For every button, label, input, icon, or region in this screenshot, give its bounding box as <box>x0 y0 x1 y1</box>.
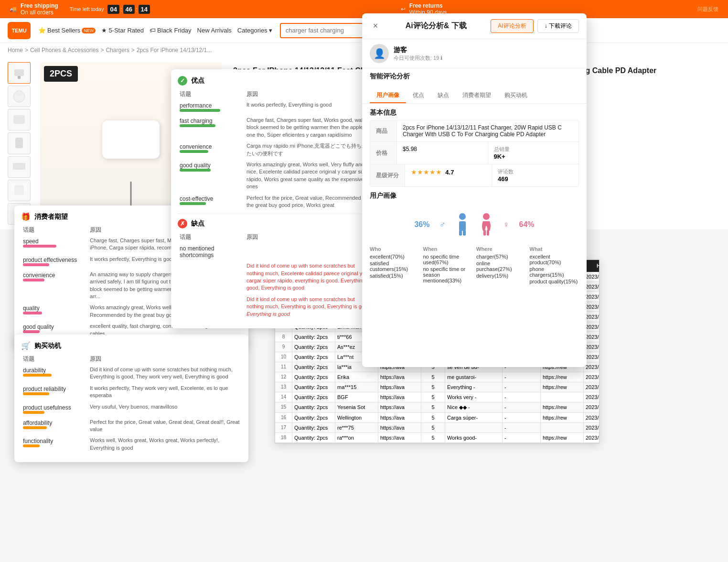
svg-rect-10 <box>459 221 466 231</box>
male-percentage: 36% <box>414 220 429 229</box>
stat-what: What excellent product(70%) phone charge… <box>530 246 579 285</box>
cons-icon: ✗ <box>178 219 187 228</box>
countdown-timer: 04 : 46 : 14 <box>107 5 150 14</box>
close-button[interactable]: × <box>370 21 381 32</box>
purchase-row: durability Did it kind of come up with s… <box>21 366 242 381</box>
table-row: 17 Quantity: 2pcs re***75 https://ava 5 … <box>275 423 599 433</box>
tab-purchase-motivation[interactable]: 购买动机 <box>498 88 534 103</box>
time-left-label: Time left today <box>70 6 104 12</box>
product-label: 商品 <box>370 120 397 141</box>
tab-user-profile[interactable]: 用户画像 <box>370 88 406 103</box>
stat-who: Who excellent(70%) satisfied customers(1… <box>370 246 419 285</box>
male-figure-icon <box>455 213 470 237</box>
user-daily-count: 今日可使用次数: 19 ℹ <box>394 54 442 62</box>
thumb-3[interactable] <box>8 109 31 130</box>
table-row: 15 Quantity: 2pcs Yesenia Sot https://av… <box>275 402 599 413</box>
ai-analysis-modal: × Ai评论分析& 下载 AI评论分析 ↓ 下載评论 👤 游客 今日可使用次数:… <box>362 13 587 367</box>
modal-actions: AI评论分析 ↓ 下載评论 <box>491 19 579 33</box>
nav-new-arrivals[interactable]: New Arrivals <box>197 27 232 34</box>
svg-rect-11 <box>459 230 462 236</box>
user-profile-title: 用户画像 <box>362 187 587 203</box>
cons-title: ✗ 缺点 <box>178 219 375 228</box>
free-shipping-detail: On all orders <box>21 9 58 16</box>
gender-distribution: 36% ♂ ♀ 64% <box>370 208 579 241</box>
timer-h1: 04 <box>107 5 119 14</box>
male-icon: ♂ <box>439 220 446 230</box>
info-rating-row: 星级评分 ★★★★★ 4.7 评论数 469 <box>370 164 578 186</box>
fivestar-icon: ★ <box>101 27 107 34</box>
product-badge: 2PCS <box>44 66 78 82</box>
table-row: 16 Quantity: 2pcs Wellington https://ava… <box>275 413 599 423</box>
table-row: 12 Quantity: 2pcs Erika https://ava 5 me… <box>275 372 599 382</box>
cons-col-headers: 话题 原因 <box>178 233 375 241</box>
free-returns-label: Free returns <box>409 2 447 9</box>
ai-tabs: 用户画像 优点 缺点 消费者期望 购买动机 <box>362 85 587 104</box>
tab-pros[interactable]: 优点 <box>406 88 431 103</box>
smart-analysis-title: 智能评论分析 <box>362 68 587 85</box>
svg-rect-1 <box>18 76 21 79</box>
pros-col-headers: 话题 原因 <box>178 90 375 98</box>
svg-rect-3 <box>13 115 25 124</box>
stat-where: Where charger(57%) online purchase(27%) … <box>476 246 526 285</box>
ai-analyze-button[interactable]: AI评论分析 <box>491 19 533 33</box>
svg-rect-4 <box>15 138 23 148</box>
purchase-row: affordability Perfect for the price, Gre… <box>21 419 242 433</box>
thumb-1[interactable] <box>8 62 31 84</box>
cons-row: no mentioned shortcomings <box>178 244 375 259</box>
tab-consumer-expectations[interactable]: 消费者期望 <box>456 88 498 103</box>
female-figure-icon <box>479 213 493 237</box>
basic-info-title: 基本信息 <box>362 104 587 120</box>
thumb-4[interactable] <box>8 132 31 154</box>
product-value: 2pcs For iPhone 14/13/12/11 Fast Charger… <box>397 120 578 141</box>
svg-rect-6 <box>14 185 24 195</box>
breadcrumb-cat2[interactable]: Chargers <box>106 47 129 54</box>
shopping-icon: 🛒 <box>21 341 31 350</box>
tag-icon: 🏷 <box>150 27 156 34</box>
svg-rect-15 <box>487 230 489 236</box>
nav-black-friday[interactable]: 🏷 Black Friday <box>150 27 192 34</box>
thumb-2[interactable] <box>8 86 31 107</box>
table-row: 14 Quantity: 2pcs BGF https://ava 5 Work… <box>275 392 599 402</box>
table-row: 18 Quantity: 2pcs ra***on https://ava 5 … <box>275 433 599 443</box>
breadcrumb-home[interactable]: Home <box>8 47 23 54</box>
purchase-row: product usefulness Very usuful, Very bue… <box>21 403 242 415</box>
truck-icon: 🚚 <box>10 6 17 12</box>
table-row: 13 Quantity: 2pcs ma***15 https://ava 5 … <box>275 382 599 392</box>
review-panel: ✓ 优点 话题 原因 performance It works perfectl… <box>171 69 381 328</box>
purchase-row: functionality Works well, Works great, W… <box>21 437 242 452</box>
gift-icon: 🎁 <box>21 212 31 221</box>
pros-title: ✓ 优点 <box>178 76 375 86</box>
purchase-col-headers: 话题 原因 <box>21 355 242 363</box>
svg-point-2 <box>13 91 25 102</box>
purchase-motivation-panel: 🛒 购买动机 话题 原因 durability Did it kind of c… <box>14 335 248 462</box>
basic-info-grid: 商品 2pcs For iPhone 14/13/12/11 Fast Char… <box>370 120 579 187</box>
feedback-label[interactable]: 问题反馈 <box>697 6 718 13</box>
user-name: 游客 <box>394 46 442 54</box>
timer-s1: 14 <box>139 5 150 14</box>
breadcrumb-sep1: > <box>25 47 28 54</box>
thumbnail-column <box>8 62 32 225</box>
timer-m1: 46 <box>123 5 135 14</box>
nav-categories[interactable]: Categories ▾ <box>237 27 272 34</box>
tab-cons[interactable]: 缺点 <box>431 88 456 103</box>
thumb-6[interactable] <box>8 180 31 201</box>
download-reviews-button[interactable]: ↓ 下載评论 <box>537 19 579 33</box>
cons-row: Did it kind of come up with some scratch… <box>178 296 375 318</box>
breadcrumb-current: 2pcs For iPhone 14/13/12/1... <box>137 47 212 54</box>
reviews-count-cell: 评论数 469 <box>492 164 578 186</box>
nav-five-star[interactable]: ★ 5-Star Rated <box>101 27 144 34</box>
svg-rect-14 <box>483 230 486 236</box>
user-avatar: 👤 <box>370 44 389 63</box>
nav-best-sellers[interactable]: ⭐ Best Sellers NEW <box>38 27 96 34</box>
info-product-row: 商品 2pcs For iPhone 14/13/12/11 Fast Char… <box>370 120 578 142</box>
svg-point-13 <box>483 213 490 220</box>
thumb-5[interactable] <box>8 156 31 178</box>
modal-title: Ai评论分析& 下载 <box>406 21 467 31</box>
nav-links: ⭐ Best Sellers NEW ★ 5-Star Rated 🏷 Blac… <box>38 27 272 34</box>
purchase-panel-title: 🛒 购买动机 <box>21 341 242 350</box>
svg-rect-12 <box>463 230 466 236</box>
logo[interactable]: TEMU <box>8 22 31 39</box>
review-row: cost-effective Perfect for the price, Gr… <box>178 195 375 209</box>
breadcrumb-cat1[interactable]: Cell Phones & Accessories <box>30 47 98 54</box>
review-row: convenience Carga muy rápido mi iPhone,充… <box>178 142 375 157</box>
